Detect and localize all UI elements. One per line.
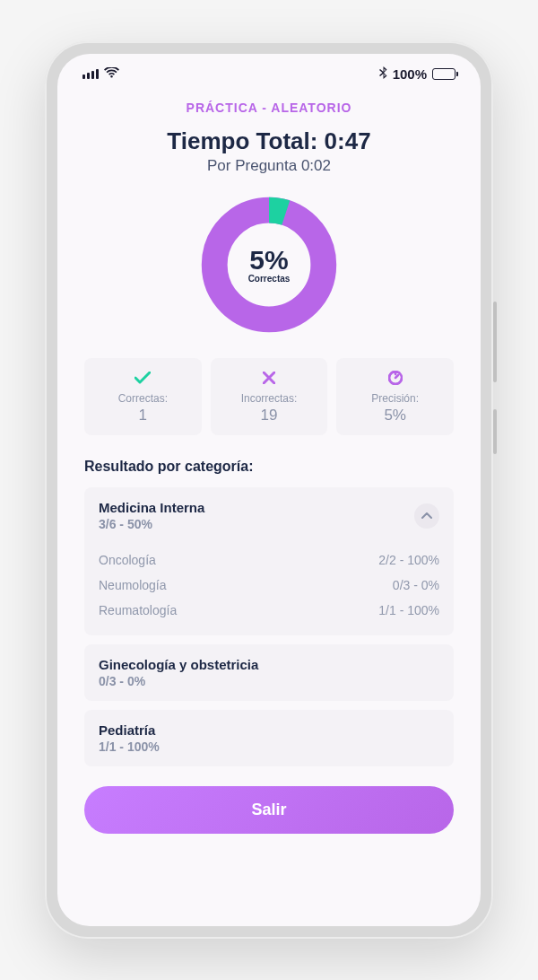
x-icon: [218, 369, 321, 387]
subcategory-name: Oncología: [99, 553, 156, 567]
stats-row: Correctas: 1 Incorrectas: 19 Precisión: …: [84, 358, 454, 435]
category-title: Ginecología y obstetricia: [99, 657, 258, 672]
category-title: Medicina Interna: [99, 500, 204, 515]
category-header[interactable]: Medicina Interna 3/6 - 50%: [99, 500, 439, 531]
stat-incorrect: Incorrectas: 19: [211, 358, 328, 435]
category-title: Pediatría: [99, 722, 160, 738]
category-card: Pediatría 1/1 - 100%: [84, 710, 454, 766]
subcategory-score: 1/1 - 100%: [378, 603, 439, 617]
category-score: 3/6 - 50%: [99, 517, 204, 531]
subcategory-name: Reumatología: [99, 603, 177, 617]
subcategory-row: Neumología 0/3 - 0%: [99, 573, 439, 598]
category-score: 1/1 - 100%: [99, 739, 160, 754]
chevron-up-icon[interactable]: [414, 503, 439, 529]
stat-correct-value: 1: [91, 407, 195, 424]
battery-icon: [432, 68, 456, 80]
stat-correct-label: Correctas:: [91, 392, 195, 405]
subcategories: Oncología 2/2 - 100% Neumología 0/3 - 0%…: [99, 544, 439, 623]
subcategory-score: 2/2 - 100%: [378, 553, 439, 567]
phone-frame: 100% PRÁCTICA - ALEATORIO Tiempo Total: …: [45, 41, 493, 939]
signal-icon: [82, 69, 99, 79]
subcategory-score: 0/3 - 0%: [393, 578, 439, 592]
donut-percent: 5%: [248, 247, 291, 274]
category-score: 0/3 - 0%: [99, 674, 258, 688]
screen: 100% PRÁCTICA - ALEATORIO Tiempo Total: …: [57, 54, 481, 926]
stat-precision-value: 5%: [343, 407, 447, 424]
stat-precision: Precisión: 5%: [336, 358, 454, 435]
category-card: Medicina Interna 3/6 - 50% Oncología 2/2…: [84, 487, 454, 635]
target-icon: [343, 369, 447, 387]
stat-precision-label: Precisión:: [343, 392, 447, 405]
exit-button[interactable]: Salir: [84, 786, 454, 834]
donut-center-label: Correctas: [248, 274, 291, 284]
category-header[interactable]: Ginecología y obstetricia 0/3 - 0%: [99, 657, 439, 688]
per-question: Por Pregunta 0:02: [84, 157, 454, 175]
category-header[interactable]: Pediatría 1/1 - 100%: [99, 722, 439, 754]
mode-label: PRÁCTICA - ALEATORIO: [84, 101, 454, 115]
subcategory-row: Reumatología 1/1 - 100%: [99, 598, 439, 623]
wifi-icon: [104, 66, 119, 82]
stat-correct: Correctas: 1: [84, 358, 202, 435]
stat-incorrect-value: 19: [218, 407, 321, 424]
phone-side-buttons: [493, 302, 497, 454]
status-bar: 100%: [57, 54, 481, 93]
category-card: Ginecología y obstetricia 0/3 - 0%: [84, 644, 454, 701]
subcategory-row: Oncología 2/2 - 100%: [99, 547, 439, 573]
battery-percent: 100%: [393, 66, 427, 82]
subcategory-name: Neumología: [99, 578, 167, 592]
stat-incorrect-label: Incorrectas:: [218, 392, 321, 405]
check-icon: [91, 369, 195, 387]
results-heading: Resultado por categoría:: [84, 459, 454, 475]
donut-chart: 5% Correctas: [84, 193, 454, 337]
total-time: Tiempo Total: 0:47: [84, 127, 454, 155]
bluetooth-icon: [379, 66, 387, 82]
